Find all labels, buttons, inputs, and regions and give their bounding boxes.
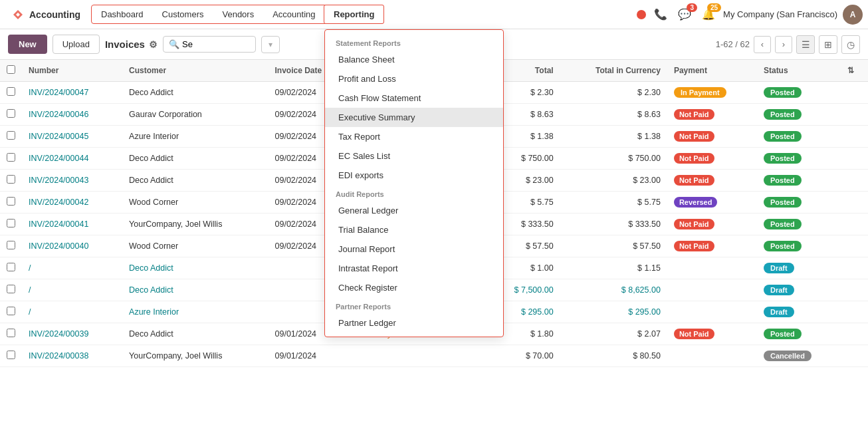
status-indicator[interactable] — [637, 10, 646, 19]
statement-reports-label: Statement Reports — [325, 34, 503, 50]
reporting-dropdown: Statement Reports Balance Sheet Profit a… — [324, 29, 504, 337]
messages-badge: 3 — [687, 3, 697, 12]
partner-reports-label: Partner Reports — [325, 297, 503, 313]
nav-item-dashboard[interactable]: Dashboard — [92, 5, 153, 23]
company-label: My Company (San Francisco) — [723, 9, 837, 19]
activities-icon-btn[interactable]: 🔔 25 — [699, 5, 718, 24]
phone-icon-btn[interactable]: 📞 — [651, 5, 670, 24]
nav-item-customers[interactable]: Customers — [153, 5, 213, 23]
dropdown-item-profit-loss[interactable]: Profit and Loss — [325, 69, 503, 88]
messages-icon-btn[interactable]: 💬 3 — [675, 5, 694, 24]
audit-reports-label: Audit Reports — [325, 185, 503, 201]
dropdown-item-ec-sales[interactable]: EC Sales List — [325, 146, 503, 166]
nav-item-accounting[interactable]: Accounting — [263, 5, 324, 23]
dropdown-item-partner-ledger[interactable]: Partner Ledger — [325, 313, 503, 333]
dropdown-item-executive-summary[interactable]: Executive Summary — [325, 108, 503, 127]
dropdown-item-tax-report[interactable]: Tax Report — [325, 127, 503, 146]
app-name: Accounting — [29, 9, 80, 20]
app-logo-icon — [11, 7, 25, 22]
app-logo[interactable]: Accounting — [5, 7, 86, 22]
dropdown-item-balance-sheet[interactable]: Balance Sheet — [325, 50, 503, 69]
dropdown-item-cash-flow[interactable]: Cash Flow Statement — [325, 88, 503, 108]
dropdown-item-trial-balance[interactable]: Trial Balance — [325, 220, 503, 239]
dropdown-item-intrastat[interactable]: Intrastat Report — [325, 259, 503, 278]
avatar[interactable]: A — [843, 5, 863, 25]
nav-menu: Dashboard Customers Vendors Accounting R… — [91, 5, 384, 24]
dropdown-item-journal-report[interactable]: Journal Report — [325, 239, 503, 259]
dropdown-item-check-register[interactable]: Check Register — [325, 278, 503, 297]
nav-item-vendors[interactable]: Vendors — [213, 5, 263, 23]
topbar: Accounting Dashboard Customers Vendors A… — [0, 0, 868, 29]
activities-badge: 25 — [707, 3, 721, 12]
nav-item-reporting[interactable]: Reporting — [324, 5, 384, 24]
dropdown-item-edi-exports[interactable]: EDI exports — [325, 166, 503, 185]
topbar-right: 📞 💬 3 🔔 25 My Company (San Francisco) A — [637, 5, 863, 25]
dropdown-item-general-ledger[interactable]: General Ledger — [325, 201, 503, 220]
